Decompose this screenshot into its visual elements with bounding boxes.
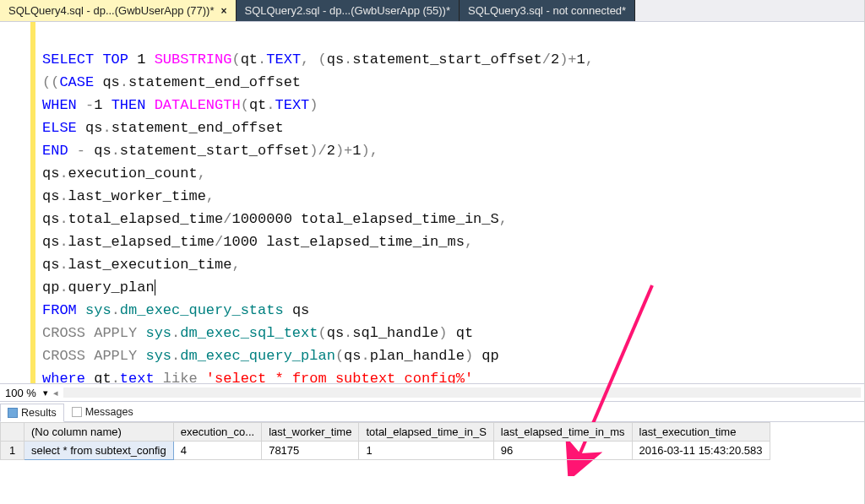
col-header[interactable]: (No column name)	[24, 423, 174, 442]
cell[interactable]: select * from subtext_config	[24, 442, 174, 460]
zoom-bar: 100 % ▾ ◂	[0, 383, 864, 402]
row-corner[interactable]	[1, 423, 24, 442]
cell[interactable]: 78175	[262, 442, 359, 460]
sql-editor[interactable]: SELECT TOP 1 SUBSTRING(qt.TEXT, (qs.stat…	[0, 22, 864, 383]
horizontal-scrollbar[interactable]	[63, 387, 861, 398]
cell[interactable]: 96	[493, 442, 632, 460]
chevron-down-icon[interactable]: ▾	[43, 387, 48, 398]
col-header[interactable]: last_elapsed_time_in_ms	[493, 423, 632, 442]
cell[interactable]: 2016-03-11 15:43:20.583	[632, 442, 770, 460]
results-grid[interactable]: (No column name) execution_co... last_wo…	[0, 422, 864, 460]
tab-label: Results	[21, 407, 57, 419]
col-header[interactable]: last_worker_time	[262, 423, 359, 442]
tab-label: SQLQuery3.sql - not connected*	[468, 4, 626, 17]
tab-label: Messages	[85, 406, 133, 418]
editor-gutter	[0, 22, 30, 383]
messages-icon	[72, 407, 82, 417]
results-icon	[8, 408, 18, 418]
col-header[interactable]: last_execution_time	[632, 423, 770, 442]
tab-query2[interactable]: SQLQuery2.sql - dp...(GwbUserApp (55))*	[237, 0, 460, 21]
col-header[interactable]: execution_co...	[173, 423, 261, 442]
tab-label: SQLQuery4.sql - dp...(GwbUserApp (77))*	[8, 4, 214, 17]
zoom-value[interactable]: 100 %	[3, 387, 38, 399]
scroll-left-icon[interactable]: ◂	[53, 387, 58, 398]
code-area[interactable]: SELECT TOP 1 SUBSTRING(qt.TEXT, (qs.stat…	[35, 22, 864, 383]
row-number[interactable]: 1	[1, 442, 24, 460]
tab-messages[interactable]: Messages	[64, 403, 141, 421]
header-row: (No column name) execution_co... last_wo…	[1, 423, 770, 442]
tab-results[interactable]: Results	[0, 404, 64, 422]
document-tabbar: SQLQuery4.sql - dp...(GwbUserApp (77))* …	[0, 0, 864, 22]
cell[interactable]: 4	[173, 442, 261, 460]
close-icon[interactable]: ×	[220, 5, 226, 17]
table-row[interactable]: 1 select * from subtext_config 4 78175 1…	[1, 442, 770, 460]
tab-query3[interactable]: SQLQuery3.sql - not connected*	[460, 0, 635, 21]
results-grid-wrap: (No column name) execution_co... last_wo…	[0, 422, 864, 504]
tab-label: SQLQuery2.sql - dp...(GwbUserApp (55))*	[245, 4, 450, 17]
tab-query4[interactable]: SQLQuery4.sql - dp...(GwbUserApp (77))* …	[0, 0, 237, 21]
results-tabbar: Results Messages	[0, 402, 864, 422]
col-header[interactable]: total_elapsed_time_in_S	[359, 423, 493, 442]
cell[interactable]: 1	[359, 442, 493, 460]
